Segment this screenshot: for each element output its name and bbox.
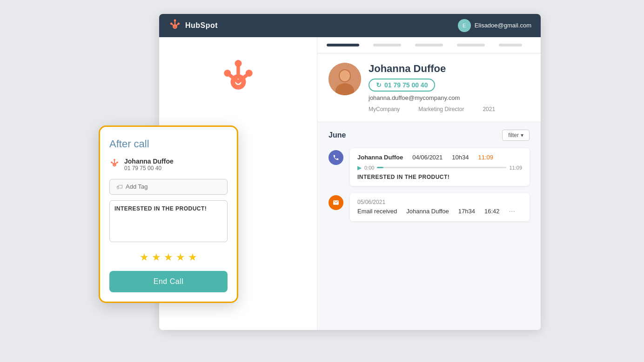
stars-rating[interactable]: ★ ★ ★ ★ ★ bbox=[109, 251, 228, 263]
phone-number: 01 79 75 00 40 bbox=[384, 81, 428, 89]
email-contact: Johanna Duffoe bbox=[406, 208, 449, 215]
svg-point-18 bbox=[340, 70, 350, 81]
star-2[interactable]: ★ bbox=[152, 251, 161, 263]
tab-4[interactable] bbox=[499, 44, 522, 46]
tab-2[interactable] bbox=[415, 44, 443, 46]
tab-active[interactable] bbox=[327, 44, 359, 46]
add-tag-label: Add Tag bbox=[126, 183, 148, 190]
email-icon bbox=[329, 195, 343, 210]
tab-3[interactable] bbox=[457, 44, 485, 46]
modal-hubspot-icon bbox=[109, 158, 120, 171]
contact-company: MyCompany bbox=[369, 106, 400, 112]
contact-header: Johanna Duffoe ↻ 01 79 75 00 40 johanna.… bbox=[317, 53, 541, 122]
contact-title: Marketing Director bbox=[418, 106, 464, 112]
call-card: Johanna Duffoe 04/06/2021 10h34 11:09 ▶ … bbox=[350, 148, 530, 186]
hubspot-sprocket-logo bbox=[217, 56, 259, 98]
timeline: Johanna Duffoe 04/06/2021 10h34 11:09 ▶ … bbox=[329, 148, 530, 221]
notes-textarea[interactable]: INTERESTED IN THE PRODUCT! bbox=[109, 200, 228, 242]
logo-text: HubSpot bbox=[185, 21, 218, 30]
contact-email: johanna.duffoe@mycompany.com bbox=[369, 94, 530, 101]
star-5[interactable]: ★ bbox=[188, 251, 197, 263]
star-4[interactable]: ★ bbox=[176, 251, 185, 263]
chevron-down-icon: ▾ bbox=[521, 132, 523, 138]
phone-badge[interactable]: ↻ 01 79 75 00 40 bbox=[369, 79, 435, 92]
contact-info: Johanna Duffoe ↻ 01 79 75 00 40 johanna.… bbox=[369, 63, 530, 112]
end-call-button[interactable]: End Call bbox=[109, 271, 228, 292]
call-duration: 11:09 bbox=[478, 154, 493, 161]
after-call-modal: After call Johanna Duffoe 01 79 75 00 40 bbox=[99, 125, 238, 303]
svg-point-27 bbox=[111, 161, 113, 163]
refresh-icon: ↻ bbox=[376, 81, 382, 89]
star-3[interactable]: ★ bbox=[164, 251, 173, 263]
modal-contact-name: Johanna Duffoe bbox=[124, 158, 174, 165]
tab-bar bbox=[317, 37, 541, 53]
contact-avatar bbox=[329, 63, 361, 95]
svg-point-23 bbox=[114, 159, 115, 161]
tag-icon: 🏷 bbox=[116, 183, 123, 191]
activity-section: June filter ▾ bbox=[317, 122, 541, 236]
call-icon bbox=[329, 150, 343, 165]
svg-point-15 bbox=[224, 70, 231, 77]
filter-button[interactable]: filter ▾ bbox=[502, 130, 530, 141]
tab-1[interactable] bbox=[373, 44, 401, 46]
user-avatar: E bbox=[458, 19, 471, 32]
timeline-email-item: 05/06/2021 Email received Johanna Duffoe… bbox=[329, 193, 530, 221]
contact-name: Johanna Duffoe bbox=[369, 63, 530, 75]
star-1[interactable]: ★ bbox=[140, 251, 149, 263]
email-meta: Email received Johanna Duffoe 17h34 16:4… bbox=[357, 207, 522, 216]
call-date: 04/06/2021 bbox=[412, 154, 443, 161]
call-time: 10h34 bbox=[452, 154, 469, 161]
audio-bar[interactable]: ▶ 0:00 11:09 bbox=[357, 165, 522, 171]
svg-point-3 bbox=[174, 19, 176, 21]
activity-month: June bbox=[329, 131, 346, 139]
contact-meta: MyCompany Marketing Director 2021 bbox=[369, 106, 530, 112]
right-panel: Johanna Duffoe ↻ 01 79 75 00 40 johanna.… bbox=[317, 37, 541, 330]
svg-point-11 bbox=[235, 60, 242, 67]
audio-time-end: 11:09 bbox=[509, 165, 522, 171]
email-label: Email received bbox=[357, 208, 397, 215]
top-nav: HubSpot E Elisadoe@gmail.com bbox=[159, 14, 541, 37]
svg-point-25 bbox=[116, 161, 118, 163]
user-email: Elisadoe@gmail.com bbox=[475, 22, 531, 29]
more-options-button[interactable]: ··· bbox=[509, 207, 515, 216]
modal-title: After call bbox=[109, 138, 228, 150]
email-date: 05/06/2021 bbox=[357, 199, 522, 205]
end-call-label: End Call bbox=[154, 277, 183, 285]
svg-point-5 bbox=[177, 22, 180, 25]
timeline-call-item: Johanna Duffoe 04/06/2021 10h34 11:09 ▶ … bbox=[329, 148, 530, 186]
audio-time-start: 0:00 bbox=[364, 165, 374, 171]
svg-point-13 bbox=[245, 70, 252, 77]
contact-year: 2021 bbox=[483, 106, 495, 112]
call-note: INTERESTED IN THE PRODUCT! bbox=[357, 174, 522, 180]
audio-progress-fill bbox=[377, 167, 383, 168]
nav-user: E Elisadoe@gmail.com bbox=[458, 19, 531, 32]
hubspot-logo: HubSpot bbox=[168, 18, 218, 33]
email-time: 17h34 bbox=[458, 208, 475, 215]
activity-header: June filter ▾ bbox=[329, 130, 530, 141]
call-contact: Johanna Duffoe bbox=[357, 154, 403, 161]
email-card: 05/06/2021 Email received Johanna Duffoe… bbox=[350, 193, 530, 221]
modal-contact-info: Johanna Duffoe 01 79 75 00 40 bbox=[124, 158, 174, 171]
filter-label: filter bbox=[508, 132, 519, 138]
svg-point-7 bbox=[170, 22, 173, 25]
audio-progress-bar[interactable] bbox=[377, 167, 506, 168]
modal-contact-row: Johanna Duffoe 01 79 75 00 40 bbox=[109, 158, 228, 171]
logo-icon bbox=[168, 18, 181, 33]
modal-contact-phone: 01 79 75 00 40 bbox=[124, 165, 174, 171]
add-tag-button[interactable]: 🏷 Add Tag bbox=[109, 179, 228, 195]
play-button[interactable]: ▶ bbox=[357, 165, 362, 171]
call-meta: Johanna Duffoe 04/06/2021 10h34 11:09 bbox=[357, 154, 522, 161]
email-duration: 16:42 bbox=[484, 208, 500, 215]
